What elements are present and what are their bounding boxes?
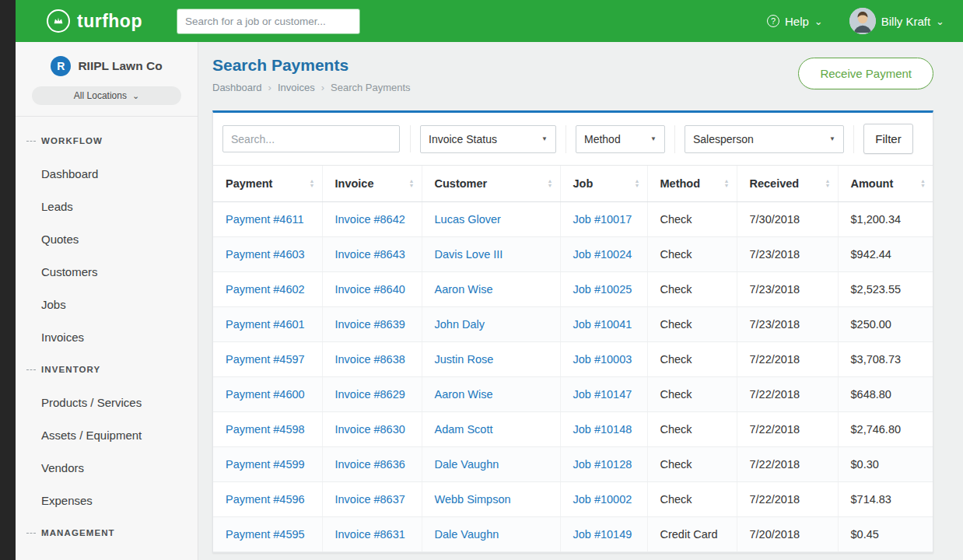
payment-cell: Payment #4597 — [213, 342, 322, 377]
job-cell: Job #10025 — [560, 272, 647, 307]
column-header-invoice[interactable]: Invoice▲▼ — [322, 166, 422, 202]
job-link[interactable]: Job #10149 — [573, 528, 632, 541]
sidebar-item-jobs[interactable]: Jobs — [16, 288, 198, 320]
brand-name: turfhop — [77, 11, 142, 32]
table-row: Payment #4596Invoice #8637Webb SimpsonJo… — [213, 482, 933, 517]
job-link[interactable]: Job #10128 — [573, 458, 632, 471]
filter-button[interactable]: Filter — [863, 124, 913, 154]
payment-link[interactable]: Payment #4600 — [226, 388, 305, 401]
sort-icon[interactable]: ▲▼ — [825, 179, 831, 189]
invoice-link[interactable]: Invoice #8637 — [335, 493, 405, 506]
sidebar-item-leads[interactable]: Leads — [16, 190, 198, 222]
payments-search-input[interactable] — [222, 125, 400, 152]
column-header-amount[interactable]: Amount▲▼ — [838, 166, 933, 202]
job-link[interactable]: Job #10148 — [573, 423, 632, 436]
sidebar-item-quotes[interactable]: Quotes — [16, 222, 198, 255]
sidebar-item-expenses[interactable]: Expenses — [16, 484, 198, 516]
job-link[interactable]: Job #10017 — [573, 213, 632, 226]
main-column: turfhop ? Help ⌄ — [16, 0, 963, 560]
breadcrumb-dashboard[interactable]: Dashboard — [212, 82, 262, 93]
job-link[interactable]: Job #10003 — [573, 353, 632, 366]
invoice-link[interactable]: Invoice #8636 — [335, 458, 405, 471]
sidebar-item-invoices[interactable]: Invoices — [16, 320, 198, 353]
column-header-payment[interactable]: Payment▲▼ — [213, 166, 322, 202]
table-row: Payment #4601Invoice #8639John DalyJob #… — [213, 307, 933, 342]
breadcrumb-invoices[interactable]: Invoices — [278, 82, 315, 93]
customer-link[interactable]: Dale Vaughn — [435, 528, 499, 541]
global-search-input[interactable] — [177, 9, 360, 34]
payment-link[interactable]: Payment #4603 — [226, 248, 305, 261]
invoice-cell: Invoice #8631 — [322, 517, 422, 552]
payment-link[interactable]: Payment #4601 — [226, 318, 305, 331]
sidebar-item-vendors[interactable]: Vendors — [16, 451, 198, 484]
customer-link[interactable]: Aaron Wise — [435, 283, 493, 296]
payments-table: Payment▲▼Invoice▲▼Customer▲▼Job▲▼Method▲… — [213, 166, 933, 552]
sort-icon[interactable]: ▲▼ — [409, 179, 415, 189]
customer-link[interactable]: Adam Scott — [435, 423, 493, 436]
job-link[interactable]: Job #10041 — [573, 318, 632, 331]
sort-icon[interactable]: ▲▼ — [548, 179, 553, 189]
customer-link[interactable]: Davis Love III — [435, 248, 503, 261]
customer-link[interactable]: Justin Rose — [435, 353, 494, 366]
customer-link[interactable]: Aaron Wise — [435, 388, 493, 401]
amount-cell: $250.00 — [838, 307, 933, 342]
invoice-link[interactable]: Invoice #8639 — [335, 318, 405, 331]
payment-link[interactable]: Payment #4598 — [226, 423, 305, 436]
payment-link[interactable]: Payment #4597 — [226, 353, 305, 366]
select-arrow-icon: ▼ — [541, 135, 548, 142]
job-link[interactable]: Job #10147 — [573, 388, 632, 401]
customer-link[interactable]: Webb Simpson — [435, 493, 511, 506]
sidebar-item-dashboard[interactable]: Dashboard — [16, 157, 198, 190]
received-cell: 7/22/2018 — [737, 447, 838, 482]
column-header-received[interactable]: Received▲▼ — [737, 166, 838, 202]
sidebar-item-customers[interactable]: Customers — [16, 255, 198, 288]
column-header-customer[interactable]: Customer▲▼ — [422, 166, 560, 202]
payment-link[interactable]: Payment #4596 — [226, 493, 305, 506]
payment-cell: Payment #4600 — [213, 377, 322, 412]
invoice-link[interactable]: Invoice #8638 — [335, 353, 405, 366]
brand-logo[interactable]: turfhop — [47, 9, 142, 33]
invoice-status-select[interactable]: Invoice Status ▼ — [420, 125, 556, 153]
payment-link[interactable]: Payment #4595 — [226, 528, 305, 541]
invoice-link[interactable]: Invoice #8631 — [335, 528, 405, 541]
invoice-link[interactable]: Invoice #8642 — [335, 213, 405, 226]
payment-cell: Payment #4598 — [213, 412, 322, 447]
location-selector[interactable]: All Locations ⌄ — [32, 86, 181, 105]
job-cell: Job #10041 — [560, 307, 647, 342]
sort-icon[interactable]: ▲▼ — [635, 179, 640, 189]
invoice-cell: Invoice #8637 — [322, 482, 422, 517]
table-row: Payment #4595Invoice #8631Dale VaughnJob… — [213, 517, 933, 552]
invoice-link[interactable]: Invoice #8629 — [335, 388, 405, 401]
help-menu[interactable]: ? Help ⌄ — [767, 15, 823, 28]
invoice-status-value: Invoice Status — [429, 133, 497, 145]
customer-cell: Dale Vaughn — [422, 447, 560, 482]
help-label: Help — [785, 15, 809, 28]
sidebar-item-products-services[interactable]: Products / Services — [16, 386, 198, 418]
invoice-link[interactable]: Invoice #8640 — [335, 283, 405, 296]
job-link[interactable]: Job #10002 — [573, 493, 632, 506]
table-head: Payment▲▼Invoice▲▼Customer▲▼Job▲▼Method▲… — [213, 166, 933, 202]
payment-link[interactable]: Payment #4599 — [226, 458, 305, 471]
payment-link[interactable]: Payment #4602 — [226, 283, 305, 296]
method-select[interactable]: Method ▼ — [576, 125, 665, 153]
column-header-method[interactable]: Method▲▼ — [647, 166, 737, 202]
receive-payment-button[interactable]: Receive Payment — [798, 58, 933, 89]
method-cell: Check — [647, 202, 737, 237]
payment-link[interactable]: Payment #4611 — [226, 213, 304, 226]
invoice-link[interactable]: Invoice #8630 — [335, 423, 405, 436]
customer-link[interactable]: Dale Vaughn — [435, 458, 499, 471]
job-link[interactable]: Job #10025 — [573, 283, 632, 296]
sidebar-item-assets-equipment[interactable]: Assets / Equipment — [16, 418, 198, 451]
customer-link[interactable]: Lucas Glover — [435, 213, 501, 226]
amount-cell: $648.80 — [838, 377, 933, 412]
invoice-link[interactable]: Invoice #8643 — [335, 248, 405, 261]
salesperson-select[interactable]: Salesperson ▼ — [685, 125, 844, 153]
job-link[interactable]: Job #10024 — [573, 248, 632, 261]
sort-icon[interactable]: ▲▼ — [310, 179, 315, 189]
customer-link[interactable]: John Daly — [435, 318, 485, 331]
select-arrow-icon: ▼ — [829, 135, 835, 142]
user-menu[interactable]: Billy Kraft ⌄ — [849, 8, 944, 34]
sort-icon[interactable]: ▲▼ — [724, 179, 730, 189]
column-header-job[interactable]: Job▲▼ — [560, 166, 647, 202]
sort-icon[interactable]: ▲▼ — [920, 179, 926, 189]
